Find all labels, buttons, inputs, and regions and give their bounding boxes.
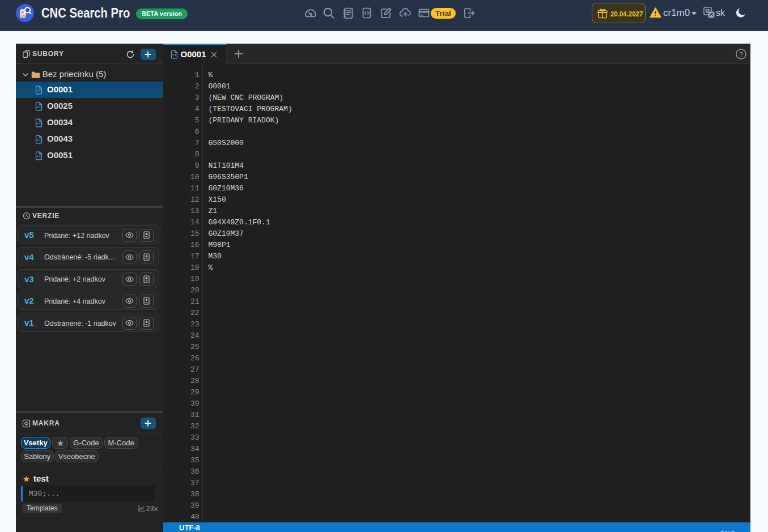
svg-text:?: ? bbox=[739, 50, 742, 57]
svg-text:CNC: CNC bbox=[21, 15, 27, 18]
